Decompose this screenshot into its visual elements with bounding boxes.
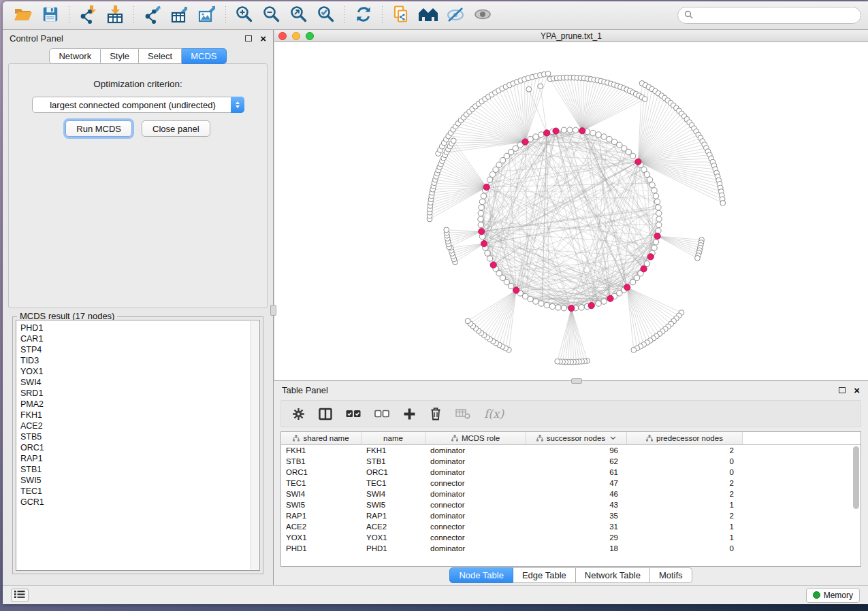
select-stepper-icon xyxy=(231,97,244,113)
status-bar: Memory xyxy=(3,585,868,604)
mcds-result-item[interactable]: SWI4 xyxy=(20,377,259,388)
save-session-button[interactable] xyxy=(37,4,64,27)
unselect-all-icon[interactable] xyxy=(374,410,389,418)
network-graph[interactable] xyxy=(274,42,865,380)
network-window: YPA_prune.txt_1 xyxy=(274,30,868,380)
table-row[interactable]: ORC1ORC1dominator610 xyxy=(281,467,861,478)
zoom-selected-button[interactable] xyxy=(312,4,340,27)
mcds-result-item[interactable]: PMA2 xyxy=(20,399,259,410)
delete-table-icon[interactable] xyxy=(455,408,470,419)
mcds-result-list[interactable]: PHD1CAR1STP4TID3YOX1SWI4SRD1PMA2FKH1ACE2… xyxy=(16,320,260,571)
mcds-list-scrollbar[interactable] xyxy=(250,321,259,569)
mcds-result-item[interactable]: ORC1 xyxy=(20,442,259,453)
export-table-button[interactable] xyxy=(166,4,193,27)
tab-motifs[interactable]: Motifs xyxy=(650,567,692,583)
refresh-button[interactable] xyxy=(350,4,377,27)
mcds-result-item[interactable]: TEC1 xyxy=(20,486,259,497)
function-builder-icon[interactable]: f(x) xyxy=(484,407,504,420)
table-row[interactable]: SWI5SWI5connector431 xyxy=(281,499,861,510)
tab-mcds[interactable]: MCDS xyxy=(182,48,226,64)
cell-predecessors: 2 xyxy=(627,512,743,520)
cell-predecessors: 1 xyxy=(627,523,743,531)
run-mcds-button[interactable]: Run MCDS xyxy=(65,120,132,137)
criterion-select[interactable]: largest connected component (undirected) xyxy=(32,97,244,113)
table-row[interactable]: RAP1RAP1dominator352 xyxy=(281,510,861,521)
table-row[interactable]: ACE2ACE2connector311 xyxy=(281,521,861,532)
zoom-out-button[interactable] xyxy=(258,4,285,27)
cell-name: SWI4 xyxy=(361,490,425,498)
cell-role: connector xyxy=(425,501,526,509)
mcds-result-item[interactable]: SWI5 xyxy=(20,475,259,486)
search-box[interactable] xyxy=(677,7,861,24)
table-toolbar: f(x) xyxy=(280,400,861,427)
columns-icon[interactable] xyxy=(319,408,332,420)
cell-predecessors: 2 xyxy=(627,446,743,455)
float-table-panel-icon[interactable] xyxy=(839,387,846,393)
zoom-fit-button[interactable] xyxy=(285,4,312,27)
add-row-icon[interactable] xyxy=(403,408,416,420)
eye-slash-icon xyxy=(446,5,465,25)
mcds-result-group: MCDS result (17 nodes) PHD1CAR1STP4TID3Y… xyxy=(12,316,263,574)
mcds-result-item[interactable]: TID3 xyxy=(20,355,259,366)
tab-network[interactable]: Network xyxy=(49,48,101,64)
mcds-result-item[interactable]: STP4 xyxy=(20,344,259,355)
column-header-name[interactable]: name xyxy=(361,432,425,444)
show-details-button[interactable] xyxy=(469,4,496,27)
close-panel-button[interactable]: Close panel xyxy=(142,120,210,137)
tab-style[interactable]: Style xyxy=(101,48,139,64)
refresh-icon xyxy=(354,5,373,26)
search-input[interactable] xyxy=(696,11,854,20)
mcds-result-item[interactable]: FKH1 xyxy=(20,410,259,420)
table-row[interactable]: FKH1FKH1dominator962 xyxy=(281,445,861,456)
network-canvas[interactable] xyxy=(274,42,868,380)
table-panel-title: Table Panel xyxy=(282,385,328,395)
task-history-button[interactable] xyxy=(11,589,29,602)
cell-role: connector xyxy=(425,479,526,487)
mcds-result-item[interactable]: CAR1 xyxy=(20,333,259,344)
gear-icon[interactable] xyxy=(292,408,305,420)
column-header-shared-name[interactable]: shared name xyxy=(281,432,361,444)
trash-icon[interactable] xyxy=(430,407,442,420)
tab-node-table[interactable]: Node Table xyxy=(449,567,513,583)
mcds-result-item[interactable]: PHD1 xyxy=(20,323,259,333)
table-row[interactable]: YOX1YOX1connector291 xyxy=(281,532,861,543)
table-row[interactable]: PHD1PHD1dominator180 xyxy=(281,543,861,554)
select-all-icon[interactable] xyxy=(346,410,361,418)
close-panel-icon[interactable]: × xyxy=(260,33,266,44)
cell-predecessors: 2 xyxy=(627,490,743,498)
mcds-result-item[interactable]: RAP1 xyxy=(20,453,259,464)
mcds-result-item[interactable]: SRD1 xyxy=(20,388,259,399)
horizontal-splitter-handle[interactable] xyxy=(571,378,582,384)
control-panel-header: Control Panel × xyxy=(3,30,273,46)
export-network-button[interactable] xyxy=(139,4,166,27)
open-file-button[interactable] xyxy=(10,4,37,27)
column-header-MCDS-role[interactable]: MCDS role xyxy=(425,432,526,444)
vertical-splitter-handle[interactable] xyxy=(270,305,276,316)
table-row[interactable]: TEC1TEC1connector472 xyxy=(281,478,861,489)
zoom-in-button[interactable] xyxy=(231,4,258,27)
mcds-result-item[interactable]: STB5 xyxy=(20,431,259,442)
cell-predecessors: 0 xyxy=(627,468,743,476)
cell-shared_name: ACE2 xyxy=(281,523,361,531)
mcds-result-item[interactable]: GCR1 xyxy=(20,497,259,508)
copy-network-button[interactable] xyxy=(387,4,415,27)
table-row[interactable]: SWI4SWI4dominator462 xyxy=(281,489,861,499)
import-network-button[interactable] xyxy=(74,4,101,27)
tab-network-table[interactable]: Network Table xyxy=(576,567,650,583)
mcds-result-item[interactable]: ACE2 xyxy=(20,420,259,431)
close-table-panel-icon[interactable]: × xyxy=(854,385,860,395)
tab-edge-table[interactable]: Edge Table xyxy=(513,567,576,583)
mcds-result-item[interactable]: STB1 xyxy=(20,464,259,475)
tab-select[interactable]: Select xyxy=(139,48,182,64)
table-scrollbar-thumb[interactable] xyxy=(853,446,859,509)
column-header-predecessor-nodes[interactable]: predecessor nodes xyxy=(627,432,743,444)
first-neighbors-button[interactable] xyxy=(415,4,442,27)
mcds-result-item[interactable]: YOX1 xyxy=(20,366,259,377)
hide-details-button[interactable] xyxy=(442,4,469,27)
float-panel-icon[interactable] xyxy=(245,35,252,42)
export-image-button[interactable] xyxy=(193,4,221,27)
import-table-button[interactable] xyxy=(101,4,129,27)
column-header-successor-nodes[interactable]: successor nodes xyxy=(526,432,627,444)
table-row[interactable]: STB1STB1dominator620 xyxy=(281,456,861,467)
memory-button[interactable]: Memory xyxy=(806,588,860,603)
